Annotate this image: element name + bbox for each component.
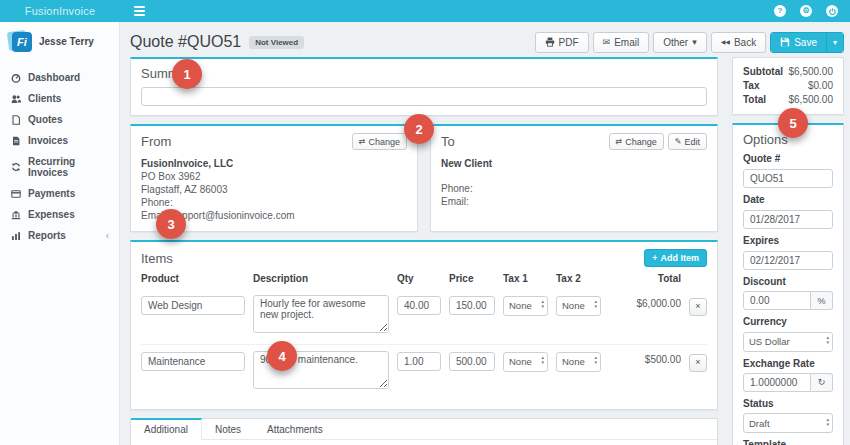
summary-title: Summary — [141, 66, 707, 81]
col-product: Product — [141, 273, 245, 284]
page-title: Quote #QUO51 — [130, 33, 241, 51]
hamburger-menu-icon[interactable] — [134, 6, 145, 16]
tax-label: Tax — [743, 79, 760, 93]
from-company: FusionInvoice, LLC — [141, 157, 407, 170]
pencil-icon: ✎ — [675, 137, 682, 146]
discount-input[interactable] — [743, 291, 811, 310]
file-icon — [11, 115, 21, 125]
percent-addon: % — [811, 291, 833, 310]
caret-down-icon: ▾ — [833, 38, 837, 47]
add-item-button[interactable]: + Add Item — [644, 249, 707, 267]
other-button[interactable]: Other ▾ — [653, 32, 707, 53]
fast-backward-icon: ◀◀ — [721, 39, 730, 45]
sidebar-item-reports[interactable]: Reports ‹ — [0, 225, 119, 246]
date-label: Date — [743, 194, 833, 205]
from-address1: PO Box 3962 — [141, 170, 407, 183]
to-edit-button[interactable]: ✎ Edit — [668, 133, 707, 150]
col-description: Description — [253, 273, 389, 284]
envelope-icon: ✉ — [603, 38, 611, 47]
save-button[interactable]: Save — [771, 33, 826, 52]
qty-input[interactable] — [397, 352, 441, 371]
sidebar-item-invoices[interactable]: Invoices — [0, 130, 119, 151]
tab-notes[interactable]: Notes — [202, 419, 254, 439]
summary-panel: Summary — [130, 57, 718, 116]
back-button[interactable]: ◀◀ Back — [711, 32, 766, 53]
items-table: Product Description Qty Price Tax 1 Tax … — [141, 273, 707, 400]
caret-down-icon: ▾ — [692, 38, 697, 47]
col-price: Price — [449, 273, 495, 284]
file-text-icon — [11, 136, 21, 146]
quote-number-input[interactable] — [743, 169, 833, 188]
product-input[interactable] — [141, 352, 245, 371]
row-total: $500.00 — [609, 351, 681, 365]
from-title: From — [141, 134, 171, 149]
users-icon — [11, 94, 21, 104]
row-total: $6,000.00 — [609, 295, 681, 309]
tax-value: $0.00 — [808, 79, 833, 93]
brand-logo: FusionInvoice — [0, 5, 120, 17]
to-change-button[interactable]: ⇄ Change — [609, 133, 664, 150]
item-row: 90 days maintenance. None None $500.00 × — [141, 344, 707, 400]
item-row: Hourly fee for awesome new project. None… — [141, 289, 707, 344]
expires-input[interactable] — [743, 251, 833, 270]
price-input[interactable] — [449, 296, 495, 315]
tax1-select[interactable]: None — [503, 296, 548, 316]
quote-number-label: Quote # — [743, 153, 833, 164]
tax2-select[interactable]: None — [556, 296, 601, 316]
col-tax2: Tax 2 — [556, 273, 601, 284]
pdf-button[interactable]: PDF — [535, 32, 589, 53]
sidebar-item-recurring-invoices[interactable]: Recurring Invoices — [0, 151, 119, 183]
exchange-rate-input[interactable] — [743, 373, 811, 392]
product-input[interactable] — [141, 296, 245, 315]
total-value: $6,500.00 — [789, 93, 834, 107]
template-label: Template — [743, 439, 833, 445]
sidebar-item-clients[interactable]: Clients — [0, 88, 119, 109]
dashboard-icon — [11, 73, 21, 83]
status-label: Status — [743, 398, 833, 409]
save-dropdown-button[interactable]: ▾ — [826, 33, 843, 52]
sidebar-item-payments[interactable]: Payments — [0, 183, 119, 204]
chevron-left-icon: ‹ — [106, 230, 109, 241]
exchange-icon: ⇄ — [616, 137, 623, 146]
summary-input[interactable] — [141, 87, 707, 106]
save-icon — [780, 37, 790, 47]
refresh-icon — [11, 162, 21, 172]
details-tabs-panel: Additional Notes Attachments Terms and C… — [130, 418, 718, 445]
date-input[interactable] — [743, 210, 833, 229]
exchange-icon: ⇄ — [359, 137, 366, 146]
tab-additional[interactable]: Additional — [131, 418, 202, 440]
subtotal-value: $6,500.00 — [789, 65, 834, 79]
annotation-badge-3: 3 — [156, 209, 186, 239]
email-button[interactable]: ✉ Email — [593, 32, 650, 53]
annotation-badge-5: 5 — [778, 108, 808, 138]
annotation-badge-1: 1 — [172, 59, 202, 89]
currency-select[interactable]: US Dollar — [743, 332, 833, 352]
sidebar-item-quotes[interactable]: Quotes — [0, 109, 119, 130]
sidebar-item-dashboard[interactable]: Dashboard — [0, 67, 119, 88]
expires-label: Expires — [743, 235, 833, 246]
from-address2: Flagstaff, AZ 86003 — [141, 183, 407, 196]
to-email: Email: — [441, 195, 707, 208]
to-panel: To ⇄ Change ✎ Edit — [430, 124, 718, 232]
gear-icon[interactable]: ⚙ — [800, 5, 812, 17]
sidebar: Fi Jesse Terry Dashboard Clients Quotes … — [0, 22, 120, 445]
bank-icon — [11, 210, 21, 220]
help-icon[interactable]: ? — [774, 5, 786, 17]
refresh-icon[interactable]: ↻ — [811, 373, 833, 392]
col-total: Total — [609, 273, 681, 284]
items-title: Items — [141, 251, 173, 266]
power-icon[interactable] — [826, 5, 838, 17]
from-change-button[interactable]: ⇄ Change — [352, 133, 407, 150]
tax2-select[interactable]: None — [556, 352, 601, 372]
tab-attachments[interactable]: Attachments — [254, 419, 336, 439]
qty-input[interactable] — [397, 296, 441, 315]
to-client-name: New Client — [441, 157, 707, 170]
price-input[interactable] — [449, 352, 495, 371]
tax1-select[interactable]: None — [503, 352, 548, 372]
delete-row-button[interactable]: × — [689, 354, 707, 372]
plus-icon: + — [652, 253, 657, 263]
delete-row-button[interactable]: × — [689, 298, 707, 316]
description-textarea[interactable]: Hourly fee for awesome new project. — [253, 295, 389, 333]
sidebar-item-expenses[interactable]: Expenses — [0, 204, 119, 225]
status-select[interactable]: Draft — [743, 413, 833, 433]
